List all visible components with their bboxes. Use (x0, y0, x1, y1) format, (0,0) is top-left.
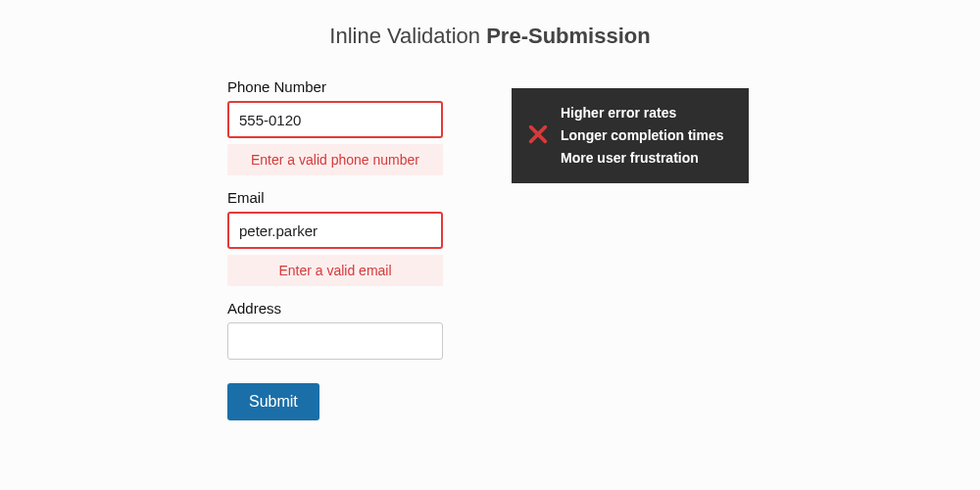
callout-item: Longer completion times (561, 124, 723, 147)
phone-input[interactable] (227, 101, 443, 138)
validation-form: Phone Number Enter a valid phone number … (227, 78, 443, 420)
address-input[interactable] (227, 322, 443, 360)
email-input[interactable] (227, 212, 443, 249)
callout-list: Higher error rates Longer completion tim… (561, 102, 723, 170)
address-field-group: Address (227, 300, 443, 360)
phone-error-message: Enter a valid phone number (227, 144, 443, 175)
callout-item: More user frustration (561, 147, 723, 170)
email-label: Email (227, 189, 443, 206)
email-field-group: Email Enter a valid email (227, 189, 443, 286)
address-label: Address (227, 300, 443, 317)
phone-label: Phone Number (227, 78, 443, 95)
content-row: Phone Number Enter a valid phone number … (0, 78, 980, 420)
page-root: Inline Validation Pre-Submission Phone N… (0, 0, 980, 490)
heading-prefix: Inline Validation (329, 24, 486, 48)
email-error-message: Enter a valid email (227, 255, 443, 286)
heading-bold: Pre-Submission (486, 24, 650, 48)
cross-icon (527, 123, 549, 149)
negative-callout: Higher error rates Longer completion tim… (512, 88, 749, 183)
callout-item: Higher error rates (561, 102, 723, 124)
phone-field-group: Phone Number Enter a valid phone number (227, 78, 443, 175)
submit-button[interactable]: Submit (227, 383, 319, 420)
page-heading: Inline Validation Pre-Submission (0, 24, 980, 49)
